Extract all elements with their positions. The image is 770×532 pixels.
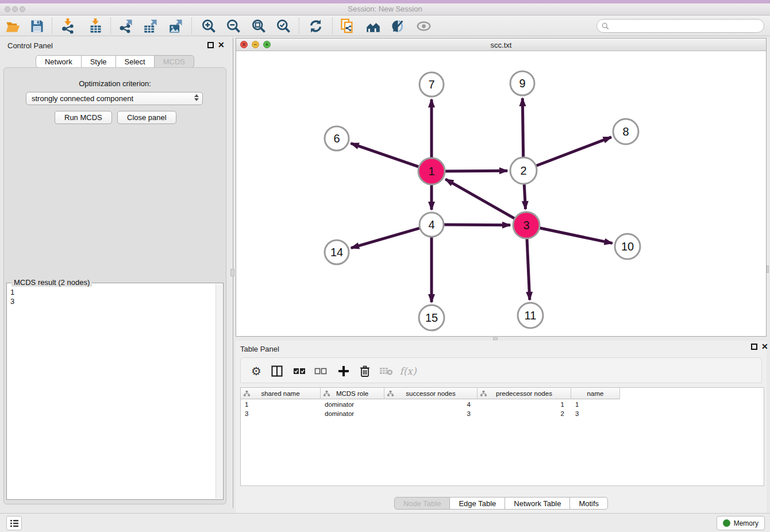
network-graph[interactable]: 1234678910111415 — [236, 51, 766, 336]
dropdown-value: strongly connected component — [32, 94, 133, 103]
control-tab-select[interactable]: Select — [116, 55, 155, 68]
table-row[interactable]: 3dominator323 — [241, 409, 764, 418]
node-4[interactable]: 4 — [419, 213, 444, 237]
table-cell[interactable]: 3 — [241, 409, 321, 418]
memory-button[interactable]: Memory — [717, 516, 765, 530]
edge-1-6[interactable] — [351, 144, 421, 168]
import-table-icon[interactable] — [86, 17, 105, 35]
export-network-icon[interactable] — [117, 17, 135, 35]
table-cell[interactable]: 2 — [478, 409, 571, 418]
table-row[interactable]: 1dominator411 — [241, 400, 764, 409]
edge-3-10[interactable] — [538, 228, 613, 243]
node-7[interactable]: 7 — [419, 72, 444, 97]
node-15[interactable]: 15 — [419, 305, 444, 330]
export-image-icon[interactable] — [167, 17, 185, 35]
right-splitter[interactable] — [767, 38, 770, 508]
close-panel-icon[interactable]: ✕ — [218, 40, 225, 50]
zoom-fit-content-icon[interactable] — [249, 17, 268, 35]
table-cell[interactable]: 1 — [478, 400, 571, 409]
toolbar-separator — [332, 18, 333, 34]
select-all-columns-icon[interactable] — [291, 363, 308, 380]
column-header-shared-name[interactable]: shared name — [241, 388, 321, 399]
column-header-predecessor-nodes[interactable]: predecessor nodes — [478, 388, 571, 399]
export-table-icon[interactable] — [141, 17, 160, 35]
import-network-icon[interactable] — [59, 17, 77, 35]
network-canvas[interactable]: 1234678910111415 — [236, 51, 766, 336]
control-tab-style[interactable]: Style — [81, 55, 116, 68]
node-9[interactable]: 9 — [510, 71, 534, 95]
vertical-splitter[interactable] — [230, 38, 236, 508]
node-3[interactable]: 3 — [513, 212, 540, 238]
table-cell[interactable]: dominator — [321, 400, 384, 409]
node-14[interactable]: 14 — [325, 240, 349, 264]
edge-2-9[interactable] — [522, 98, 523, 159]
titlebar-accent-strip — [0, 0, 770, 3]
table-cell[interactable]: 4 — [384, 400, 478, 409]
control-panel-title: Control Panel — [7, 41, 53, 50]
splitter-grip[interactable] — [230, 269, 234, 276]
optimization-criterion-dropdown[interactable]: strongly connected component — [26, 92, 203, 105]
table-cell[interactable]: 1 — [571, 400, 620, 409]
mcds-result-list: 13 — [10, 288, 14, 306]
table-cell[interactable]: dominator — [321, 409, 384, 418]
zoom-selected-icon[interactable] — [274, 17, 292, 35]
node-10[interactable]: 10 — [615, 234, 640, 259]
node-11[interactable]: 11 — [518, 303, 543, 328]
close-panel-button[interactable]: Close panel — [117, 111, 176, 124]
float-table-panel-icon[interactable] — [751, 344, 757, 350]
float-panel-icon[interactable] — [207, 42, 214, 48]
control-tab-network[interactable]: Network — [36, 55, 82, 68]
tab-network-table[interactable]: Network Table — [505, 497, 570, 510]
table-cell[interactable]: 3 — [571, 409, 620, 418]
save-session-icon[interactable] — [28, 17, 46, 35]
splitter-grip[interactable] — [493, 337, 498, 340]
new-network-from-selection-icon[interactable] — [338, 17, 356, 35]
mcds-result-title: MCDS result (2 nodes) — [11, 278, 92, 287]
task-history-button[interactable] — [6, 516, 22, 530]
refresh-view-icon[interactable] — [306, 17, 325, 35]
node-6[interactable]: 6 — [325, 126, 349, 151]
search-box[interactable] — [596, 19, 764, 33]
mcds-panel: Optimization criterion: strongly connect… — [3, 67, 226, 504]
toggle-graphics-details-icon[interactable] — [388, 17, 407, 35]
column-header-successor-nodes[interactable]: successor nodes — [384, 388, 478, 399]
tab-motifs[interactable]: Motifs — [569, 497, 608, 510]
zoom-out-icon[interactable] — [224, 17, 242, 35]
network-window-titlebar[interactable]: × − + scc.txt — [236, 38, 766, 51]
table-cell[interactable]: 3 — [384, 409, 478, 418]
tab-edge-table[interactable]: Edge Table — [449, 497, 505, 510]
horizontal-splitter[interactable] — [236, 337, 770, 341]
search-input[interactable] — [612, 22, 764, 30]
network-overview-icon[interactable] — [364, 17, 382, 35]
table-body: 1dominator4113dominator323 — [241, 400, 764, 418]
edge-3-11[interactable] — [527, 237, 530, 300]
column-layout-icon[interactable] — [268, 363, 286, 380]
run-mcds-button[interactable]: Run MCDS — [55, 111, 112, 124]
add-column-icon[interactable] — [335, 363, 352, 380]
result-scrollbar[interactable] — [215, 284, 222, 499]
table-header-row: shared nameMCDS rolesuccessor nodesprede… — [241, 388, 620, 399]
close-table-panel-icon[interactable]: ✕ — [761, 341, 768, 352]
control-tab-mcds[interactable]: MCDS — [154, 55, 194, 68]
column-header-name[interactable]: name — [571, 388, 620, 399]
svg-text:7: 7 — [428, 78, 434, 91]
node-2[interactable]: 2 — [510, 157, 537, 184]
node-8[interactable]: 8 — [613, 119, 638, 144]
splitter-grip[interactable] — [767, 265, 769, 273]
toolbar-separator — [110, 18, 111, 34]
edge-4-14[interactable] — [351, 228, 421, 248]
edge-2-8[interactable] — [535, 137, 611, 167]
open-session-icon[interactable] — [3, 17, 22, 35]
edge-4-3[interactable] — [442, 225, 510, 225]
node-1[interactable]: 1 — [418, 158, 445, 184]
column-header-MCDS-role[interactable]: MCDS role — [321, 388, 384, 399]
edge-2-3[interactable] — [524, 183, 525, 209]
zoom-in-icon[interactable] — [199, 17, 218, 35]
edge-3-1[interactable] — [445, 179, 516, 219]
table-cell[interactable]: 1 — [241, 400, 321, 409]
tab-node-table[interactable]: Node Table — [394, 497, 451, 510]
settings-gear-icon[interactable]: ⚙ — [248, 363, 265, 380]
unselect-all-columns-icon[interactable] — [312, 363, 329, 380]
delete-column-icon[interactable] — [356, 363, 374, 380]
edge-1-2[interactable] — [444, 171, 507, 171]
